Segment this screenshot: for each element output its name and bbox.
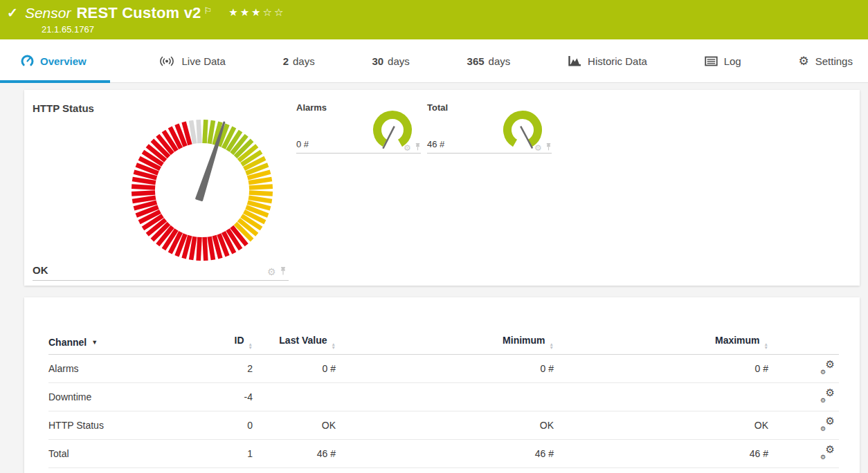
cell-minimum: OK (336, 411, 554, 440)
tab-30-days[interactable]: 30 days (363, 39, 417, 82)
column-channel[interactable]: Channel▼ (48, 330, 221, 355)
cell-last-value: 0 # (253, 355, 336, 383)
channel-settings-icon[interactable]: ⚙⚙ (820, 418, 835, 431)
cell-maximum: 0 # (554, 355, 768, 383)
cell-channel: Alarms (48, 355, 221, 383)
tab-label: days (489, 55, 511, 67)
tab-settings[interactable]: ⚙ Settings (790, 39, 860, 82)
tile-divider (296, 153, 421, 154)
object-type-label: Sensor (25, 5, 71, 21)
pin-icon[interactable] (280, 266, 287, 277)
cell-id: 2 (221, 355, 253, 383)
http-status-gauge (129, 118, 275, 263)
cell-id: -4 (221, 383, 253, 411)
status-ok-check-icon: ✓ (7, 5, 18, 21)
alarms-tile-title: Alarms (296, 102, 327, 113)
cell-minimum: 0 # (336, 355, 554, 383)
pin-icon[interactable] (415, 142, 421, 153)
table-row: Alarms 2 0 # 0 # 0 # ⚙⚙ (48, 355, 839, 383)
http-status-value: OK (33, 264, 48, 276)
column-last-value[interactable]: Last Value▲▼ (253, 330, 336, 355)
cell-last-value: OK (253, 411, 336, 440)
cell-minimum (336, 383, 554, 411)
cell-last-value: 46 # (253, 440, 336, 468)
flag-icon[interactable]: ⚐ (204, 3, 213, 19)
version-label: 21.1.65.1767 (0, 24, 868, 35)
tile-gear-icon[interactable]: ⚙ (404, 143, 411, 153)
cell-maximum: 46 # (554, 440, 768, 468)
broadcast-icon (159, 55, 175, 67)
total-tile-title: Total (427, 102, 448, 113)
channel-settings-icon[interactable]: ⚙⚙ (820, 361, 835, 374)
tile-divider (33, 280, 289, 281)
column-minimum[interactable]: Minimum▲▼ (336, 330, 554, 355)
cell-channel: Total (48, 440, 221, 468)
tab-bar: Overview Live Data 2 days 30 days 365 da… (0, 39, 868, 83)
table-row: Downtime -4 ⚙⚙ (48, 383, 839, 411)
column-label: Channel (48, 337, 87, 348)
tab-live-data[interactable]: Live Data (150, 39, 233, 82)
channels-table: Channel▼ ID▲▼ Last Value▲▼ Minimum▲▼ Max… (48, 330, 839, 468)
tab-label: Log (724, 55, 741, 67)
column-label: Minimum (503, 335, 545, 346)
column-actions (768, 330, 839, 355)
column-id[interactable]: ID▲▼ (221, 330, 253, 355)
tab-number: 2 (283, 55, 289, 67)
cell-maximum (554, 383, 768, 411)
tab-number: 30 (372, 55, 383, 67)
cell-channel: Downtime (48, 383, 221, 411)
gauges-panel: HTTP Status OK ⚙ Alarms 0 # ⚙ Total 46 #… (24, 90, 860, 286)
sensor-title: REST Custom v2 (76, 5, 201, 21)
tab-label: Historic Data (588, 55, 647, 67)
sort-icon: ▲▼ (550, 343, 554, 349)
column-label: Last Value (279, 335, 327, 346)
column-maximum[interactable]: Maximum▲▼ (554, 330, 768, 355)
table-row: Total 1 46 # 46 # 46 # ⚙⚙ (48, 440, 839, 468)
total-value: 46 # (427, 139, 444, 149)
tab-label: Settings (815, 55, 853, 67)
tab-label: days (293, 55, 315, 67)
chart-icon (568, 55, 581, 67)
channel-settings-icon[interactable]: ⚙⚙ (820, 389, 835, 402)
gauge-icon (21, 55, 34, 68)
column-label: Maximum (715, 335, 760, 346)
tile-gear-icon[interactable]: ⚙ (267, 267, 276, 277)
tab-overview[interactable]: Overview (0, 39, 110, 82)
sort-icon: ▲▼ (248, 343, 253, 349)
tab-2-days[interactable]: 2 days (275, 39, 323, 82)
sensor-header: ✓ Sensor REST Custom v2 ⚐ ★★★☆☆ 21.1.65.… (0, 0, 868, 39)
table-row: HTTP Status 0 OK OK OK ⚙⚙ (48, 411, 839, 440)
cell-id: 1 (221, 440, 253, 468)
tile-gear-icon[interactable]: ⚙ (534, 143, 542, 153)
pin-icon[interactable] (545, 142, 552, 153)
tile-divider (427, 153, 552, 154)
gear-icon: ⚙ (798, 54, 808, 68)
alarms-value: 0 # (296, 139, 309, 149)
tab-365-days[interactable]: 365 days (459, 39, 519, 82)
cell-channel: HTTP Status (48, 411, 221, 440)
sort-icon: ▲▼ (764, 343, 768, 349)
tab-label: days (388, 55, 410, 67)
cell-maximum: OK (554, 411, 768, 440)
column-label: ID (235, 335, 244, 346)
log-icon (705, 56, 718, 66)
tab-historic-data[interactable]: Historic Data (559, 39, 655, 82)
tab-number: 365 (467, 55, 485, 67)
priority-stars[interactable]: ★★★☆☆ (228, 4, 285, 21)
channels-panel: Channel▼ ID▲▼ Last Value▲▼ Minimum▲▼ Max… (24, 297, 860, 473)
table-header-row: Channel▼ ID▲▼ Last Value▲▼ Minimum▲▼ Max… (48, 330, 839, 355)
cell-last-value (253, 383, 336, 411)
dropdown-caret-icon: ▼ (91, 339, 98, 346)
tab-label: Overview (40, 55, 87, 67)
cell-minimum: 46 # (336, 440, 554, 468)
channel-settings-icon[interactable]: ⚙⚙ (820, 446, 835, 459)
tab-log[interactable]: Log (696, 39, 750, 82)
cell-id: 0 (221, 411, 253, 440)
tab-label: Live Data (181, 55, 225, 67)
http-status-tile-title: HTTP Status (33, 102, 94, 114)
sort-icon: ▲▼ (332, 343, 336, 349)
